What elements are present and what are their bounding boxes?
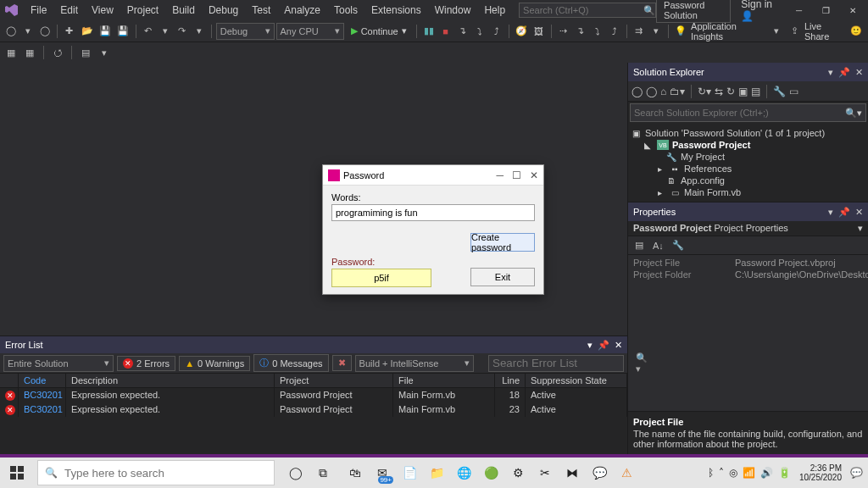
office-icon[interactable]: 📄 [398, 462, 420, 484]
chrome-icon[interactable]: 🟢 [480, 462, 502, 484]
taskbar-search[interactable]: 🔍 [37, 460, 275, 485]
tray-location-icon[interactable]: ◎ [729, 467, 737, 479]
undo-icon[interactable]: ↶ [141, 23, 156, 40]
create-password-button[interactable]: Create password [470, 233, 535, 252]
prop-row-project-file[interactable]: Project FilePassword Project.vbproj [628, 257, 868, 269]
tray-volume-icon[interactable]: 🔊 [760, 467, 773, 479]
window-minimize[interactable]: ─ [787, 0, 811, 20]
feedback-hub-icon[interactable]: 💬 [588, 462, 610, 484]
menu-file[interactable]: File [24, 2, 53, 19]
exit-button[interactable]: Exit [470, 268, 535, 286]
platform-dropdown[interactable]: Any CPU▾ [276, 23, 344, 40]
se-search-input[interactable] [634, 108, 845, 118]
menu-edit[interactable]: Edit [53, 2, 85, 19]
open-file-icon[interactable]: 📂 [79, 23, 95, 40]
build-intellisense-dropdown[interactable]: Build + IntelliSense▾ [355, 355, 474, 372]
solution-root[interactable]: Solution 'Password Solution' (1 of 1 pro… [645, 128, 825, 138]
align-icon[interactable]: ▤ [78, 44, 93, 61]
alphabetical-icon[interactable]: A↓ [650, 237, 666, 254]
redo-icon[interactable]: ↷ [175, 23, 190, 40]
error-scope-dropdown[interactable]: Entire Solution▾ [3, 355, 114, 372]
new-project-icon[interactable]: ✚ [62, 23, 77, 40]
insights-label[interactable]: Application Insights [691, 21, 767, 42]
se-properties-icon[interactable]: 🔧 [773, 86, 786, 97]
menu-tools[interactable]: Tools [327, 2, 364, 19]
menu-debug[interactable]: Debug [202, 2, 245, 19]
diag-icon[interactable]: 🧭 [514, 23, 530, 40]
window-close[interactable]: ✕ [841, 0, 865, 20]
start-continue-button[interactable]: ▶Continue ▾ [346, 25, 412, 36]
snip-icon[interactable]: ✂ [534, 462, 556, 484]
se-back-icon[interactable]: ◯ [632, 86, 643, 97]
windows-taskbar[interactable]: 🔍 ◯ ⧉ 🛍 ✉99+ 📄 📁 🌐 🟢 ⚙ ✂ ⧓ 💬 ⚠ ᛒ ˄ ◎ 📶 🔊 [0, 458, 868, 488]
solution-tree[interactable]: ▣Solution 'Password Solution' (1 of 1 pr… [628, 124, 868, 202]
menu-window[interactable]: Window [428, 2, 478, 19]
node-appconfig[interactable]: App.config [681, 175, 725, 186]
app-titlebar[interactable]: Password ─ ☐ ✕ [323, 165, 543, 186]
cortana-icon[interactable]: ◯ [285, 462, 307, 484]
project-node[interactable]: Password Project [672, 140, 750, 150]
nav-back-icon[interactable]: ◯ [3, 23, 19, 40]
app-window-password[interactable]: Password ─ ☐ ✕ Words: Create password Pa… [322, 164, 544, 295]
edge-icon[interactable]: 🌐 [453, 462, 475, 484]
se-collapse-icon[interactable]: ▣ [738, 86, 748, 97]
nav-fwd-icon[interactable]: ◯ [37, 23, 53, 40]
mail-icon[interactable]: ✉99+ [371, 462, 393, 484]
menu-help[interactable]: Help [477, 2, 512, 19]
step-out-icon[interactable]: ⤴ [489, 23, 504, 40]
liveshare-icon[interactable]: ⇪ [787, 23, 803, 40]
screenshot-icon[interactable]: 🖼 [531, 23, 547, 40]
panel-dropdown-icon[interactable]: ▾ [828, 67, 833, 78]
panel-close-icon[interactable]: ✕ [855, 67, 863, 78]
se-sync-icon[interactable]: 🗀▾ [670, 86, 685, 97]
error-row[interactable]: ✕ BC30201 Expression expected. Password … [0, 388, 627, 402]
solution-explorer-header[interactable]: Solution Explorer ▾📌✕ [628, 63, 868, 81]
se-fwd-icon[interactable]: ◯ [646, 86, 657, 97]
step-into-icon[interactable]: ↴ [455, 23, 470, 40]
save-all-icon[interactable]: 💾 [115, 23, 131, 40]
se-home-icon[interactable]: ⌂ [660, 86, 666, 97]
solution-name-button[interactable]: Password Solution [656, 0, 731, 23]
tab-order-icon[interactable]: ⭯ [50, 44, 65, 61]
stop-icon[interactable]: ■ [438, 23, 453, 40]
se-showall-icon[interactable]: ▤ [751, 86, 760, 97]
settings-icon[interactable]: ⚙ [507, 462, 529, 484]
menu-build[interactable]: Build [165, 2, 202, 19]
menu-view[interactable]: View [85, 2, 120, 19]
filter-warnings[interactable]: ▲0 Warnings [179, 356, 250, 371]
error-search-input[interactable] [492, 357, 636, 369]
filter-clear[interactable]: ✖ [332, 355, 352, 371]
pin-icon[interactable]: 📌 [838, 67, 850, 78]
liveshare-label[interactable]: Live Share [804, 21, 847, 42]
taskview-icon[interactable]: ⧉ [312, 462, 334, 484]
categorized-icon[interactable]: ▤ [632, 237, 647, 254]
panel-close-icon[interactable]: ✕ [615, 340, 622, 351]
app-close[interactable]: ✕ [530, 169, 538, 181]
prop-row-project-folder[interactable]: Project FolderC:\Users\angie\OneDrive\De… [628, 269, 868, 280]
error-list-header[interactable]: Error List ▾📌✕ [0, 336, 627, 353]
layout-grid-icon[interactable]: ▦ [22, 44, 37, 61]
node-mainform[interactable]: Main Form.vb [684, 187, 741, 197]
tray-clock[interactable]: 2:36 PM10/25/2020 [796, 463, 845, 482]
prop-wrench-icon[interactable]: 🔧 [670, 237, 687, 254]
window-restore[interactable]: ❐ [814, 0, 837, 20]
pin-icon[interactable]: 📌 [598, 340, 609, 351]
insights-icon[interactable]: 💡 [673, 23, 689, 40]
layout-form-icon[interactable]: ▦ [3, 44, 19, 61]
app-minimize[interactable]: ─ [496, 169, 504, 181]
vs-icon[interactable]: ⧓ [561, 462, 583, 484]
app-maximize[interactable]: ☐ [512, 169, 521, 181]
error-search[interactable]: 🔍▾ [488, 355, 624, 372]
pin-icon[interactable]: 📌 [838, 207, 850, 218]
panel-close-icon[interactable]: ✕ [855, 207, 863, 218]
save-icon[interactable]: 💾 [97, 23, 113, 40]
se-preview-icon[interactable]: ▭ [789, 86, 798, 97]
properties-header[interactable]: Properties ▾📌✕ [628, 202, 868, 221]
alert-icon[interactable]: ⚠ [615, 462, 637, 484]
se-refresh-icon[interactable]: ↻▾ [698, 86, 711, 97]
menu-analyze[interactable]: Analyze [277, 2, 327, 19]
menu-search-input[interactable] [520, 5, 643, 15]
menu-project[interactable]: Project [120, 2, 165, 19]
pause-icon[interactable]: ▮▮ [421, 23, 437, 40]
step-over-icon[interactable]: ⤵ [472, 23, 487, 40]
